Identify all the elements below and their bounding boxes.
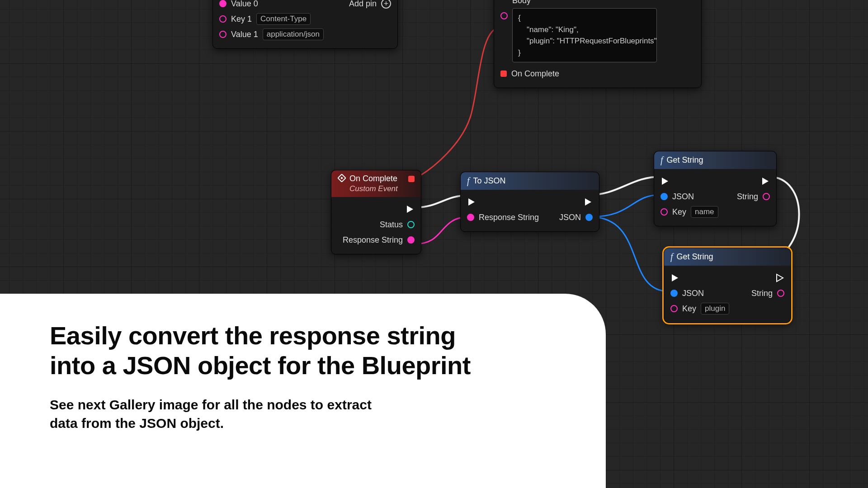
node-header: f To JSON — [461, 172, 599, 190]
pin-label: Value 0 — [231, 0, 258, 9]
key1-value-field[interactable]: Content-Type — [256, 13, 311, 25]
add-pin-button[interactable]: Add pin + — [349, 0, 391, 11]
function-icon: f — [670, 252, 673, 262]
pin-label: Key — [672, 207, 686, 217]
pin-status-out[interactable] — [407, 221, 415, 228]
pin-response-out[interactable] — [407, 236, 415, 244]
pin-json-in[interactable] — [660, 193, 668, 200]
caption-sub2: data from the JSON object. — [50, 416, 224, 431]
delegate-pin[interactable] — [408, 176, 415, 182]
node-to-json[interactable]: f To JSON Response String JSON — [460, 172, 599, 232]
caption-line1: Easily convert the response string — [50, 321, 456, 350]
exec-out-pin[interactable] — [584, 197, 593, 206]
pin-value1-in[interactable] — [219, 31, 226, 38]
node-http-request[interactable]: Body { "name": "King", "plugin": "HTTPRe… — [494, 0, 702, 88]
exec-in-pin[interactable] — [467, 197, 476, 206]
exec-out-pin[interactable] — [406, 205, 415, 214]
caption-line2: into a JSON object for the Blueprint — [50, 351, 471, 380]
exec-in-pin[interactable] — [670, 273, 679, 282]
node-title: To JSON — [473, 176, 506, 186]
node-on-complete-event[interactable]: On Complete Custom Event Status Response… — [331, 170, 421, 254]
body-text-field[interactable]: { "name": "King", "plugin": "HTTPRequest… — [512, 8, 657, 62]
pin-value0-in[interactable] — [219, 0, 226, 7]
node-http-headers[interactable]: Value 0 Add pin + Key 1 Content-Type Val… — [212, 0, 398, 49]
promo-caption-card: Easily convert the response string into … — [0, 294, 606, 488]
pin-body-in[interactable] — [500, 12, 508, 19]
body-label: Body — [512, 0, 695, 5]
pin-label: Response String — [479, 213, 539, 222]
node-header: f Get String — [654, 151, 776, 169]
delegate-pin[interactable] — [500, 70, 507, 77]
pin-label: String — [737, 192, 758, 202]
node-subtitle: Custom Event — [349, 184, 405, 193]
pin-label: Value 1 — [231, 30, 258, 39]
node-get-string-2[interactable]: f Get String JSON String Key plugin — [664, 248, 791, 323]
pin-key-in[interactable] — [670, 305, 678, 312]
pin-label: Key 1 — [231, 14, 252, 24]
pin-label: String — [751, 289, 773, 298]
caption-subtext: See next Gallery image for all the nodes… — [50, 396, 556, 432]
pin-key1-in[interactable] — [219, 15, 226, 23]
node-title: On Complete — [349, 174, 397, 183]
pin-string-out[interactable] — [763, 193, 770, 200]
caption-heading: Easily convert the response string into … — [50, 321, 556, 380]
key-value-field[interactable]: plugin — [701, 303, 729, 314]
svg-rect-1 — [340, 177, 343, 179]
value1-value-field[interactable]: application/json — [263, 28, 324, 40]
add-pin-label: Add pin — [349, 0, 377, 9]
exec-in-pin[interactable] — [660, 177, 670, 186]
pin-label: Key — [682, 304, 696, 314]
exec-out-pin[interactable] — [775, 273, 784, 282]
status-out-label: Status — [380, 220, 403, 230]
exec-out-pin[interactable] — [761, 177, 770, 186]
caption-sub1: See next Gallery image for all the nodes… — [50, 397, 372, 412]
node-header: On Complete Custom Event — [331, 170, 421, 197]
node-get-string-1[interactable]: f Get String JSON String Key name — [654, 151, 777, 226]
pin-json-out[interactable] — [585, 214, 593, 221]
pin-string-out[interactable] — [777, 290, 784, 297]
response-out-label: Response String — [343, 235, 403, 245]
on-complete-delegate-label: On Complete — [511, 69, 559, 79]
function-icon: f — [660, 155, 663, 165]
event-icon — [338, 174, 346, 182]
key-value-field[interactable]: name — [691, 206, 718, 218]
pin-label: JSON — [682, 289, 704, 298]
node-title: Get String — [667, 155, 703, 165]
node-title: Get String — [677, 252, 713, 262]
pin-label: JSON — [672, 192, 694, 202]
function-icon: f — [467, 176, 470, 186]
pin-response-string-in[interactable] — [467, 214, 474, 221]
node-header: f Get String — [664, 248, 791, 266]
plus-icon: + — [381, 0, 391, 9]
pin-key-in[interactable] — [660, 208, 668, 216]
pin-label: JSON — [559, 213, 581, 222]
pin-json-in[interactable] — [670, 290, 678, 297]
